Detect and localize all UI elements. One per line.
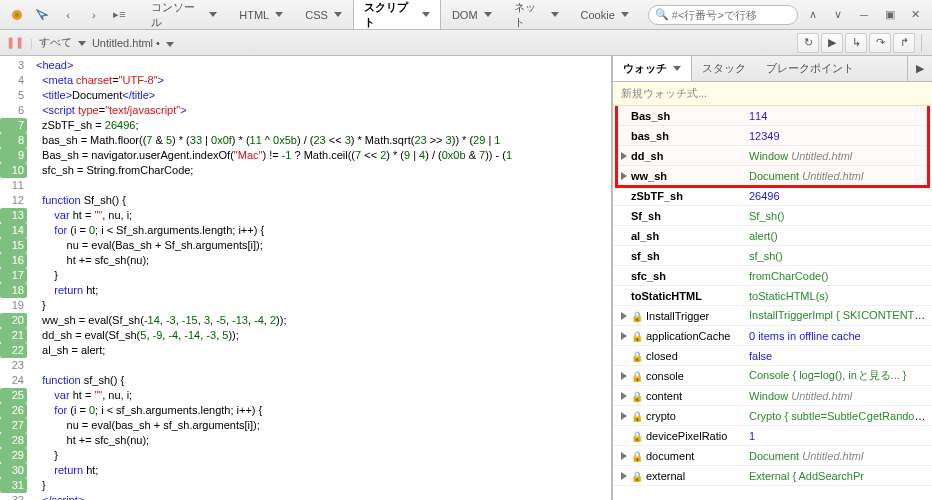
inspect-icon[interactable] (32, 4, 54, 26)
continue-icon[interactable]: ▶ (821, 33, 843, 53)
code-line[interactable]: return ht; (36, 283, 611, 298)
search-box[interactable]: 🔍 (648, 5, 798, 25)
search-next-icon[interactable]: ∨ (827, 4, 849, 26)
expand-icon[interactable] (617, 392, 631, 400)
line-number[interactable]: 26 (0, 403, 27, 418)
code-line[interactable]: bas_sh = Math.floor((7 & 5) * (33 | 0x0f… (36, 133, 611, 148)
watch-row[interactable]: 🔒consoleConsole { log=log(), in と見る... } (613, 366, 932, 386)
watch-row[interactable]: 🔒documentDocument Untitled.html (613, 446, 932, 466)
line-number[interactable]: 4 (0, 73, 24, 88)
code-line[interactable]: var ht = "", nu, i; (36, 208, 611, 223)
firebug-icon[interactable] (6, 4, 28, 26)
tab-console[interactable]: コンソール (140, 0, 228, 29)
code-editor[interactable]: 3456789101112131415161718192021222324252… (0, 56, 612, 500)
line-number[interactable]: 14 (0, 223, 27, 238)
code-line[interactable]: function Sf_sh() { (36, 193, 611, 208)
line-number[interactable]: 27 (0, 418, 27, 433)
panel-play-icon[interactable]: ▶ (907, 56, 932, 81)
expand-icon[interactable] (617, 372, 631, 380)
expand-icon[interactable] (617, 312, 631, 320)
line-number[interactable]: 25 (0, 388, 27, 403)
line-number[interactable]: 17 (0, 268, 27, 283)
search-prev-icon[interactable]: ∧ (802, 4, 824, 26)
code-line[interactable]: } (36, 298, 611, 313)
line-number[interactable]: 30 (0, 463, 27, 478)
code-line[interactable]: var ht = "", nu, i; (36, 388, 611, 403)
code-line[interactable]: ht += sfc_sh(nu); (36, 253, 611, 268)
minimize-icon[interactable]: ─ (853, 4, 875, 26)
line-number[interactable]: 28 (0, 433, 27, 448)
watch-row[interactable]: 🔒applicationCache0 items in offline cach… (613, 326, 932, 346)
expand-icon[interactable] (617, 452, 631, 460)
line-number[interactable]: 13 (0, 208, 27, 223)
line-number[interactable]: 16 (0, 253, 27, 268)
code-line[interactable]: function sf_sh() { (36, 373, 611, 388)
line-number[interactable]: 29 (0, 448, 27, 463)
close-icon[interactable]: ✕ (904, 4, 926, 26)
code-line[interactable]: return ht; (36, 463, 611, 478)
step-out-icon[interactable]: ↱ (893, 33, 915, 53)
line-number[interactable]: 31 (0, 478, 27, 493)
code-line[interactable]: zSbTF_sh = 26496; (36, 118, 611, 133)
code-area[interactable]: <head> <meta charset="UTF-8"> <title>Doc… (30, 56, 611, 500)
watch-row[interactable]: bas_sh12349 (613, 126, 932, 146)
expand-icon[interactable] (617, 172, 631, 180)
search-input[interactable] (672, 9, 795, 21)
rerun-icon[interactable]: ↻ (797, 33, 819, 53)
line-number[interactable]: 19 (0, 298, 24, 313)
code-line[interactable]: <script type="text/javascript"> (36, 103, 611, 118)
code-line[interactable]: nu = eval(bas_sh + sf_sh.arguments[i]); (36, 418, 611, 433)
code-line[interactable] (36, 178, 611, 193)
watch-row[interactable]: toStaticHTMLtoStaticHTML(s) (613, 286, 932, 306)
line-number[interactable]: 9 (0, 148, 27, 163)
expand-icon[interactable] (617, 412, 631, 420)
watch-row[interactable]: sf_shsf_sh() (613, 246, 932, 266)
new-watch-input[interactable]: 新規ウォッチ式... (613, 82, 932, 106)
watch-row[interactable]: zSbTF_sh26496 (613, 186, 932, 206)
break-on-icon[interactable]: ❚❚ (6, 36, 24, 49)
line-number[interactable]: 23 (0, 358, 24, 373)
tab-watch[interactable]: ウォッチ (613, 56, 692, 81)
code-line[interactable]: } (36, 448, 611, 463)
tab-net[interactable]: ネット (503, 0, 570, 29)
tab-dom[interactable]: DOM (441, 0, 503, 29)
expand-icon[interactable] (617, 472, 631, 480)
watch-row[interactable]: sfc_shfromCharCode() (613, 266, 932, 286)
forward-icon[interactable]: › (83, 4, 105, 26)
watch-row[interactable]: 🔒cryptoCrypto { subtle=SubtleC getRandom… (613, 406, 932, 426)
code-line[interactable]: sfc_sh = String.fromCharCode; (36, 163, 611, 178)
tab-css[interactable]: CSS (294, 0, 353, 29)
step-into-icon[interactable]: ↳ (845, 33, 867, 53)
popout-icon[interactable]: ▣ (879, 4, 901, 26)
line-number[interactable]: 24 (0, 373, 24, 388)
watch-row[interactable]: 🔒externalExternal { AddSearchPr (613, 466, 932, 486)
filter-all[interactable]: すべて (39, 35, 86, 50)
code-line[interactable]: </script> (36, 493, 611, 500)
code-line[interactable]: al_sh = alert; (36, 343, 611, 358)
watch-row[interactable]: Bas_sh114 (613, 106, 932, 126)
line-number[interactable]: 21 (0, 328, 27, 343)
line-number[interactable]: 32 (0, 493, 24, 500)
line-number[interactable]: 10 (0, 163, 27, 178)
back-icon[interactable]: ‹ (57, 4, 79, 26)
line-number[interactable]: 5 (0, 88, 24, 103)
watch-row[interactable]: 🔒devicePixelRatio1 (613, 426, 932, 446)
code-line[interactable]: ht += sfc_sh(nu); (36, 433, 611, 448)
line-number[interactable]: 22 (0, 343, 27, 358)
line-number[interactable]: 20 (0, 313, 27, 328)
tab-script[interactable]: スクリプト (353, 0, 441, 29)
code-line[interactable]: for (i = 0; i < Sf_sh.arguments.length; … (36, 223, 611, 238)
code-line[interactable]: nu = eval(Bas_sh + Sf_sh.arguments[i]); (36, 238, 611, 253)
code-line[interactable]: for (i = 0; i < sf_sh.arguments.length; … (36, 403, 611, 418)
code-line[interactable]: <meta charset="UTF-8"> (36, 73, 611, 88)
line-number[interactable]: 8 (0, 133, 27, 148)
code-line[interactable]: Bas_sh = navigator.userAgent.indexOf("Ma… (36, 148, 611, 163)
expand-icon[interactable] (617, 332, 631, 340)
code-line[interactable]: <head> (36, 58, 611, 73)
expand-icon[interactable] (617, 152, 631, 160)
watch-row[interactable]: dd_shWindow Untitled.html (613, 146, 932, 166)
step-over-icon[interactable]: ↷ (869, 33, 891, 53)
tab-cookie[interactable]: Cookie (570, 0, 640, 29)
watch-row[interactable]: ww_shDocument Untitled.html (613, 166, 932, 186)
tab-stack[interactable]: スタック (692, 56, 756, 81)
